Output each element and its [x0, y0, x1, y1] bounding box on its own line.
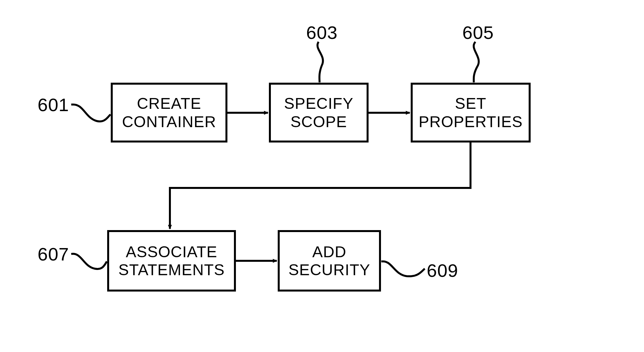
callout-connector-601 [71, 105, 110, 122]
label-603: 603 [306, 22, 338, 43]
callout-connector-603 [318, 42, 323, 82]
box-associate-statements: ASSOCIATESTATEMENTS [107, 230, 236, 292]
label-601: 601 [38, 94, 69, 115]
box-specify-scope: SPECIFYSCOPE [269, 83, 369, 142]
label-605: 605 [462, 22, 494, 43]
arrow-605-to-607 [170, 142, 471, 229]
callout-connector-609 [381, 261, 425, 277]
box-create-container: CREATECONTAINER [111, 83, 227, 142]
box-set-properties: SETPROPERTIES [411, 83, 531, 142]
label-607: 607 [38, 243, 69, 265]
callout-connector-607 [71, 254, 107, 269]
callout-connector-605 [474, 42, 479, 82]
flowchart-diagram: CREATECONTAINER SPECIFYSCOPE SETPROPERTI… [0, 0, 644, 352]
box-add-security: ADDSECURITY [278, 230, 381, 292]
label-609: 609 [427, 260, 458, 281]
